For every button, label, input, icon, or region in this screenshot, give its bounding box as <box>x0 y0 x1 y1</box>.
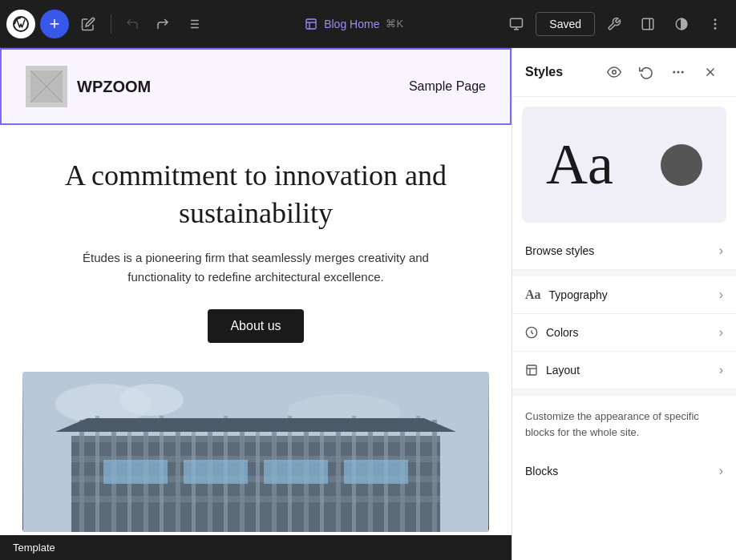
desktop-view-button[interactable] <box>502 10 531 38</box>
hero-title: A commitment to innovation and sustainab… <box>47 157 464 232</box>
typography-row-left: Aa Typography <box>525 288 608 302</box>
saved-label: Saved <box>549 18 581 30</box>
browse-styles-chevron: › <box>719 244 723 258</box>
typography-row[interactable]: Aa Typography › <box>512 276 736 314</box>
section-separator-2 <box>512 389 736 396</box>
nav-sample-page[interactable]: Sample Page <box>409 79 486 93</box>
tools-button[interactable] <box>600 10 629 38</box>
typography-chevron: › <box>719 288 723 302</box>
colors-row[interactable]: Colors › <box>512 314 736 352</box>
toolbar-right: Saved <box>502 10 730 38</box>
browse-styles-row[interactable]: Browse styles › <box>512 232 736 270</box>
blocks-chevron: › <box>719 464 723 478</box>
browse-styles-label: Browse styles <box>525 244 594 257</box>
svg-rect-31 <box>79 420 84 532</box>
site-name: WPZOOM <box>77 78 151 96</box>
styles-history-button[interactable] <box>633 59 659 85</box>
styles-panel-icons <box>601 59 723 85</box>
style-preview: Aa <box>522 107 726 223</box>
styles-panel-title: Styles <box>525 65 563 79</box>
typography-label: Typography <box>549 288 608 301</box>
svg-rect-10 <box>511 18 523 27</box>
undo-icon <box>125 17 140 31</box>
more-options-button[interactable] <box>701 10 730 38</box>
site-header: WPZOOM Sample Page <box>0 48 512 125</box>
toolbar-center: Blog Home ⌘K <box>211 13 497 35</box>
svg-rect-42 <box>256 418 260 532</box>
layout-row[interactable]: Layout › <box>512 352 736 389</box>
styles-panel: Styles <box>512 48 736 560</box>
svg-point-16 <box>714 19 716 21</box>
contrast-icon <box>674 17 689 31</box>
edit-button[interactable] <box>74 10 103 38</box>
redo-button[interactable] <box>150 11 176 37</box>
styles-more-button[interactable] <box>665 59 691 85</box>
blog-home-label: Blog Home <box>324 18 379 30</box>
site-logo-area: WPZOOM <box>26 66 151 107</box>
typography-icon: Aa <box>525 288 541 302</box>
undo-button[interactable] <box>119 11 145 37</box>
customize-description: Customize the appearance of specific blo… <box>512 396 736 453</box>
layout-chevron: › <box>719 363 723 377</box>
svg-rect-37 <box>176 420 180 532</box>
svg-rect-58 <box>344 460 408 484</box>
svg-point-24 <box>119 384 184 416</box>
wrench-icon <box>607 17 621 31</box>
wp-logo-button[interactable] <box>6 10 35 38</box>
list-view-button[interactable] <box>180 11 206 37</box>
more-horizontal-icon <box>671 65 685 79</box>
svg-rect-7 <box>306 19 316 29</box>
site-nav: Sample Page <box>409 79 486 94</box>
canvas-area: WPZOOM Sample Page A commitment to innov… <box>0 48 512 560</box>
desktop-icon <box>509 17 524 31</box>
layout-row-left: Layout <box>525 364 580 377</box>
svg-rect-65 <box>527 365 536 375</box>
hero-description: Études is a pioneering firm that seamles… <box>55 248 456 287</box>
section-separator-1 <box>512 270 736 276</box>
blocks-label: Blocks <box>525 465 558 477</box>
page-icon <box>305 18 317 30</box>
svg-rect-52 <box>416 416 420 532</box>
svg-rect-13 <box>642 18 653 30</box>
blog-home-button[interactable]: Blog Home ⌘K <box>295 13 413 35</box>
template-text: Template <box>13 542 55 554</box>
dots-icon <box>708 17 722 31</box>
blocks-row[interactable]: Blocks › <box>512 453 736 489</box>
styles-view-button[interactable] <box>601 59 627 85</box>
dark-mode-button[interactable] <box>667 10 696 38</box>
about-us-button[interactable]: About us <box>208 309 303 343</box>
pencil-icon <box>81 17 95 31</box>
svg-rect-56 <box>184 460 248 484</box>
colors-icon <box>525 326 538 339</box>
site-logo-image <box>26 66 67 107</box>
svg-point-60 <box>673 71 675 73</box>
styles-close-button[interactable] <box>698 59 723 85</box>
close-icon <box>703 65 718 79</box>
svg-marker-54 <box>55 418 456 432</box>
saved-button[interactable]: Saved <box>536 12 595 36</box>
svg-rect-32 <box>95 416 99 532</box>
logo-svg <box>30 71 63 103</box>
styles-panel-header: Styles <box>512 48 736 97</box>
layout-label: Layout <box>546 364 580 377</box>
sidebar-icon <box>641 17 655 31</box>
main-toolbar: + <box>0 0 736 48</box>
hero-section: A commitment to innovation and sustainab… <box>0 125 512 359</box>
layout-icon <box>525 364 538 377</box>
colors-chevron: › <box>719 325 723 340</box>
svg-point-61 <box>677 71 679 73</box>
building-svg <box>22 372 489 532</box>
template-label: Template <box>0 535 512 560</box>
svg-point-59 <box>613 71 617 75</box>
svg-rect-55 <box>103 460 168 484</box>
svg-rect-57 <box>264 460 328 484</box>
svg-rect-47 <box>336 420 341 532</box>
svg-point-62 <box>682 71 684 73</box>
main-area: WPZOOM Sample Page A commitment to innov… <box>0 48 736 560</box>
blog-home-shortcut: ⌘K <box>386 18 403 30</box>
preview-aa-text: Aa <box>546 131 613 198</box>
svg-point-17 <box>714 23 716 25</box>
history-icon <box>639 65 653 79</box>
sidebar-toggle-button[interactable] <box>633 10 662 38</box>
add-block-button[interactable]: + <box>40 10 69 38</box>
